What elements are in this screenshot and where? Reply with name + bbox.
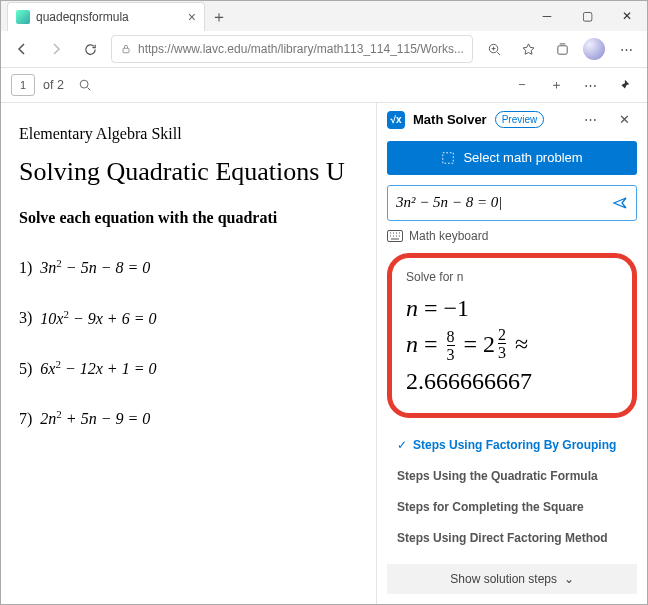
zoom-out-button[interactable]: − xyxy=(509,72,535,98)
panel-header: √x Math Solver Preview ⋯ ✕ xyxy=(377,103,647,137)
page-number-input[interactable]: 1 xyxy=(11,74,35,96)
select-button-label: Select math problem xyxy=(463,150,582,165)
keyboard-icon xyxy=(387,230,403,242)
zoom-indicator-icon[interactable] xyxy=(481,36,507,62)
collections-icon xyxy=(555,42,570,57)
svg-rect-4 xyxy=(443,153,454,164)
arrow-left-icon xyxy=(14,41,30,57)
url-box[interactable]: https://www.lavc.edu/math/library/math11… xyxy=(111,35,473,63)
magnifier-plus-icon xyxy=(487,42,502,57)
pin-icon xyxy=(617,78,631,92)
pin-toolbar-button[interactable] xyxy=(611,72,637,98)
pdf-toolbar: 1 of 2 − ＋ ⋯ xyxy=(1,68,647,103)
refresh-icon xyxy=(83,42,98,57)
math-solver-icon: √x xyxy=(387,111,405,129)
math-solver-panel: √x Math Solver Preview ⋯ ✕ Select math p… xyxy=(376,103,647,604)
browser-menu-button[interactable]: ⋯ xyxy=(613,36,639,62)
solve-for-label: Solve for n xyxy=(406,270,618,284)
panel-close-button[interactable]: ✕ xyxy=(611,107,637,133)
forward-button[interactable] xyxy=(43,36,69,62)
search-icon xyxy=(78,78,92,92)
svg-point-3 xyxy=(80,80,88,88)
check-icon: ✓ xyxy=(397,438,407,452)
instruction-text: Solve each equation with the quadrati xyxy=(19,209,358,227)
address-bar: https://www.lavc.edu/math/library/math11… xyxy=(1,31,647,68)
step-option[interactable]: Steps for Completing the Square xyxy=(387,492,637,523)
pdf-page[interactable]: Elementary Algebra Skill Solving Quadrat… xyxy=(1,103,376,604)
zoom-in-button[interactable]: ＋ xyxy=(543,72,569,98)
window-controls: ─ ▢ ✕ xyxy=(527,1,647,31)
pdf-search-button[interactable] xyxy=(72,72,98,98)
solution-line-2: n = 83 = 223 ≈ xyxy=(406,326,618,363)
url-text: https://www.lavc.edu/math/library/math11… xyxy=(138,42,464,56)
solution-line-1: n = −1 xyxy=(406,290,618,326)
document-title: Solving Quadratic Equations U xyxy=(19,157,358,187)
refresh-button[interactable] xyxy=(77,36,103,62)
problem-item: 3) 10x2 − 9x + 6 = 0 xyxy=(19,307,358,327)
back-button[interactable] xyxy=(9,36,35,62)
browser-tab[interactable]: quadeqnsformula × xyxy=(7,2,205,31)
svg-rect-2 xyxy=(557,45,566,53)
step-option[interactable]: ✓Steps Using Factoring By Grouping xyxy=(387,430,637,461)
svg-rect-0 xyxy=(123,48,129,53)
math-keyboard-toggle[interactable]: Math keyboard xyxy=(387,229,637,243)
collections-button[interactable] xyxy=(549,36,575,62)
show-solution-steps-button[interactable]: Show solution steps ⌄ xyxy=(387,564,637,594)
browser-window: quadeqnsformula × ＋ ─ ▢ ✕ https://www.la… xyxy=(0,0,648,605)
solution-decimal: 2.666666667 xyxy=(406,363,618,399)
close-window-button[interactable]: ✕ xyxy=(607,1,647,31)
problem-item: 5) 6x2 − 12x + 1 = 0 xyxy=(19,358,358,378)
page-total-label: of 2 xyxy=(43,78,64,92)
math-input-field[interactable]: 3n² − 5n − 8 = 0| xyxy=(387,185,637,221)
submit-icon[interactable] xyxy=(612,195,628,211)
skill-heading: Elementary Algebra Skill xyxy=(19,125,358,143)
new-tab-button[interactable]: ＋ xyxy=(205,3,233,31)
lock-icon xyxy=(120,43,132,55)
favicon-icon xyxy=(16,10,30,24)
tab-close-icon[interactable]: × xyxy=(188,10,196,24)
problem-list: 1) 3n2 − 5n − 8 = 0 3) 10x2 − 9x + 6 = 0… xyxy=(19,257,358,428)
math-input-expression: 3n² − 5n − 8 = 0| xyxy=(396,194,503,211)
selection-icon xyxy=(441,151,455,165)
panel-title: Math Solver xyxy=(413,112,487,127)
favorite-button[interactable] xyxy=(515,36,541,62)
svg-rect-5 xyxy=(388,230,403,241)
tab-title: quadeqnsformula xyxy=(36,10,182,24)
panel-more-button[interactable]: ⋯ xyxy=(577,107,603,133)
mixed-2-2-3: 223 xyxy=(483,326,509,362)
minimize-button[interactable]: ─ xyxy=(527,1,567,31)
main-content: Elementary Algebra Skill Solving Quadrat… xyxy=(1,103,647,604)
chevron-down-icon: ⌄ xyxy=(564,572,574,586)
problem-item: 7) 2n2 + 5n − 9 = 0 xyxy=(19,408,358,428)
solution-card: Solve for n n = −1 n = 83 = 223 ≈ 2.6666… xyxy=(387,253,637,418)
star-plus-icon xyxy=(521,42,536,57)
math-keyboard-label: Math keyboard xyxy=(409,229,488,243)
fraction-8-3: 83 xyxy=(447,329,455,363)
step-option[interactable]: Steps Using Direct Factoring Method xyxy=(387,523,637,554)
select-math-problem-button[interactable]: Select math problem xyxy=(387,141,637,175)
solution-steps-list: ✓Steps Using Factoring By Grouping Steps… xyxy=(387,430,637,554)
step-option[interactable]: Steps Using the Quadratic Formula xyxy=(387,461,637,492)
maximize-button[interactable]: ▢ xyxy=(567,1,607,31)
titlebar: quadeqnsformula × ＋ ─ ▢ ✕ xyxy=(1,1,647,31)
preview-badge: Preview xyxy=(495,111,545,128)
pdf-more-button[interactable]: ⋯ xyxy=(577,72,603,98)
arrow-right-icon xyxy=(48,41,64,57)
profile-avatar[interactable] xyxy=(583,38,605,60)
problem-item: 1) 3n2 − 5n − 8 = 0 xyxy=(19,257,358,277)
